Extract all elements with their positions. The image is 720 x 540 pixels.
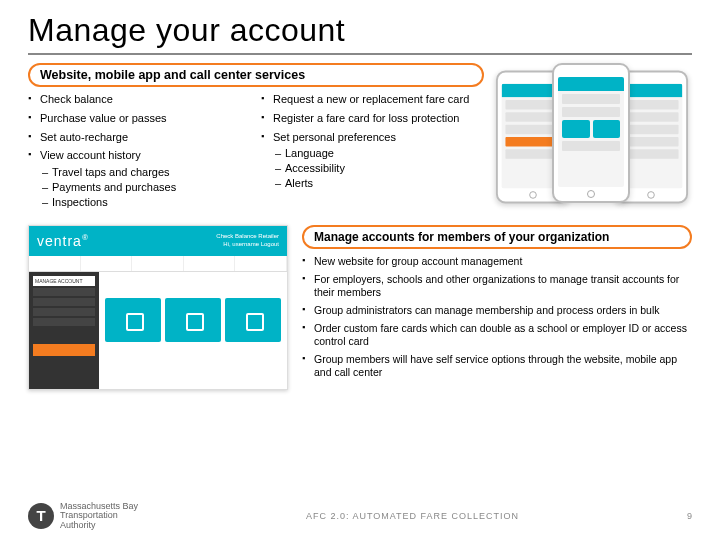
web-sidebar: MANAGE ACCOUNT (29, 272, 99, 389)
item-text: View account history (40, 149, 141, 161)
website-screenshot: ventra® Check Balance Retailer Hi, usern… (28, 225, 288, 390)
slide: Manage your account Website, mobile app … (0, 0, 720, 540)
org-line3: Authority (60, 521, 138, 530)
web-header: ventra® Check Balance Retailer Hi, usern… (29, 226, 287, 256)
web-brand: ventra® (37, 233, 89, 249)
logo-text: Massachusetts Bay Transportation Authori… (60, 502, 138, 530)
list-item: For employers, schools and other organiz… (302, 273, 692, 299)
phone-mockups (492, 63, 692, 211)
web-body: MANAGE ACCOUNT (29, 272, 287, 389)
service-col-left: Check balance Purchase value or passes S… (28, 93, 251, 215)
t-logo-icon: T (28, 503, 54, 529)
org-section: Manage accounts for members of your orga… (302, 225, 692, 390)
title-rule (28, 53, 692, 55)
item-text: Set personal preferences (273, 131, 396, 143)
web-tiles (105, 298, 281, 342)
list-item: Set personal preferences Language Access… (261, 131, 484, 191)
brand-text: ventra (37, 233, 82, 249)
web-meta2: Hi, username Logout (216, 241, 279, 249)
item-text: Set auto-recharge (40, 131, 128, 143)
list-item: Group members will have self service opt… (302, 353, 692, 379)
phone-center (552, 63, 630, 203)
web-meta1: Check Balance Retailer (216, 233, 279, 241)
service-col-right: Request a new or replacement fare card R… (261, 93, 484, 215)
brand-sup: ® (82, 233, 89, 242)
page-title: Manage your account (28, 12, 692, 49)
sub-item: Language (273, 146, 484, 161)
item-text: Request a new or replacement fare card (273, 93, 469, 105)
banner-services: Website, mobile app and call center serv… (28, 63, 484, 87)
page-number: 9 (687, 511, 692, 521)
footer: T Massachusetts Bay Transportation Autho… (28, 502, 692, 530)
sub-item: Accessibility (273, 161, 484, 176)
web-meta: Check Balance Retailer Hi, username Logo… (216, 233, 279, 249)
sub-item: Inspections (40, 195, 251, 210)
sub-item: Alerts (273, 176, 484, 191)
list-item: Request a new or replacement fare card (261, 93, 484, 107)
list-item: Purchase value or passes (28, 112, 251, 126)
item-text: Check balance (40, 93, 113, 105)
upper-section: Website, mobile app and call center serv… (28, 63, 692, 215)
lower-section: ventra® Check Balance Retailer Hi, usern… (28, 225, 692, 390)
list-item: Register a fare card for loss protection (261, 112, 484, 126)
web-main (99, 272, 287, 389)
footer-center: AFC 2.0: AUTOMATED FARE COLLECTION (306, 511, 519, 521)
list-item: Group administrators can manage membersh… (302, 304, 692, 317)
item-text: Register a fare card for loss protection (273, 112, 459, 124)
web-side-head: MANAGE ACCOUNT (33, 276, 95, 286)
list-item: New website for group account management (302, 255, 692, 268)
item-text: Purchase value or passes (40, 112, 167, 124)
list-item: Set auto-recharge (28, 131, 251, 145)
org-list: New website for group account management… (302, 255, 692, 380)
list-item: Order custom fare cards which can double… (302, 322, 692, 348)
mbta-logo: T Massachusetts Bay Transportation Autho… (28, 502, 138, 530)
banner-org: Manage accounts for members of your orga… (302, 225, 692, 249)
sub-item: Travel taps and charges (40, 165, 251, 180)
service-columns: Check balance Purchase value or passes S… (28, 93, 484, 215)
web-side-cta (33, 344, 95, 356)
sub-item: Payments and purchases (40, 180, 251, 195)
list-item: View account history Travel taps and cha… (28, 149, 251, 209)
upper-left: Website, mobile app and call center serv… (28, 63, 484, 215)
list-item: Check balance (28, 93, 251, 107)
web-nav (29, 256, 287, 272)
